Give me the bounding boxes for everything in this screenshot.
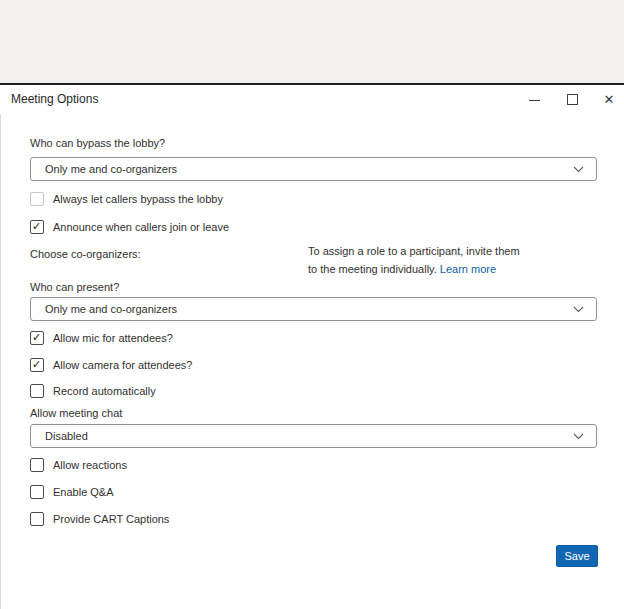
checkbox-row-always-bypass: Always let callers bypass the lobby — [30, 192, 223, 206]
allow-camera-checkbox[interactable] — [30, 358, 44, 372]
checkbox-row-cart: Provide CART Captions — [30, 512, 169, 526]
checkbox-row-mic: Allow mic for attendees? — [30, 331, 173, 345]
bypass-lobby-label: Who can bypass the lobby? — [30, 137, 165, 149]
co-organizers-label: Choose co-organizers: — [30, 248, 141, 260]
who-can-present-dropdown[interactable]: Only me and co-organizers — [30, 297, 597, 321]
enable-qa-checkbox[interactable] — [30, 485, 44, 499]
chevron-down-icon — [573, 306, 584, 313]
maximize-icon — [567, 94, 578, 105]
always-bypass-label: Always let callers bypass the lobby — [53, 193, 223, 205]
who-can-present-value: Only me and co-organizers — [45, 303, 177, 315]
checkbox-row-announce: Announce when callers join or leave — [30, 220, 229, 234]
who-can-present-label: Who can present? — [30, 281, 119, 293]
close-icon: ✕ — [604, 93, 615, 106]
allow-reactions-checkbox[interactable] — [30, 458, 44, 472]
minimize-icon — [529, 100, 540, 101]
announce-checkbox[interactable] — [30, 220, 44, 234]
allow-reactions-label: Allow reactions — [53, 459, 127, 471]
bypass-lobby-dropdown[interactable]: Only me and co-organizers — [30, 157, 597, 181]
close-button[interactable]: ✕ — [601, 91, 617, 107]
background-strip — [0, 0, 624, 83]
save-button[interactable]: Save — [556, 545, 598, 567]
always-bypass-checkbox[interactable] — [30, 192, 44, 206]
checkbox-row-reactions: Allow reactions — [30, 458, 127, 472]
bypass-lobby-value: Only me and co-organizers — [45, 163, 177, 175]
chevron-down-icon — [573, 166, 584, 173]
help-line-2: to the meeting individually.Learn more — [308, 260, 520, 278]
meeting-chat-label: Allow meeting chat — [30, 407, 122, 419]
allow-mic-label: Allow mic for attendees? — [53, 332, 173, 344]
allow-mic-checkbox[interactable] — [30, 331, 44, 345]
meeting-chat-dropdown[interactable]: Disabled — [30, 424, 597, 448]
content-left-edge — [0, 114, 1, 609]
learn-more-link[interactable]: Learn more — [440, 263, 496, 275]
meeting-options-window: Meeting Options ✕ Who can bypass the lob… — [0, 0, 624, 609]
cart-captions-checkbox[interactable] — [30, 512, 44, 526]
meeting-chat-value: Disabled — [45, 430, 88, 442]
help-line-2-text: to the meeting individually. — [308, 263, 437, 275]
checkbox-row-camera: Allow camera for attendees? — [30, 358, 192, 372]
chevron-down-icon — [573, 433, 584, 440]
minimize-button[interactable] — [526, 92, 542, 108]
window-title: Meeting Options — [11, 92, 98, 106]
record-automatically-checkbox[interactable] — [30, 384, 44, 398]
checkbox-row-qa: Enable Q&A — [30, 485, 114, 499]
allow-camera-label: Allow camera for attendees? — [53, 359, 192, 371]
record-automatically-label: Record automatically — [53, 385, 156, 397]
help-line-1: To assign a role to a participant, invit… — [308, 242, 520, 260]
co-organizers-help-text: To assign a role to a participant, invit… — [308, 242, 520, 278]
announce-label: Announce when callers join or leave — [53, 221, 229, 233]
enable-qa-label: Enable Q&A — [53, 486, 114, 498]
checkbox-row-record: Record automatically — [30, 384, 156, 398]
cart-captions-label: Provide CART Captions — [53, 513, 169, 525]
maximize-button[interactable] — [564, 91, 580, 107]
